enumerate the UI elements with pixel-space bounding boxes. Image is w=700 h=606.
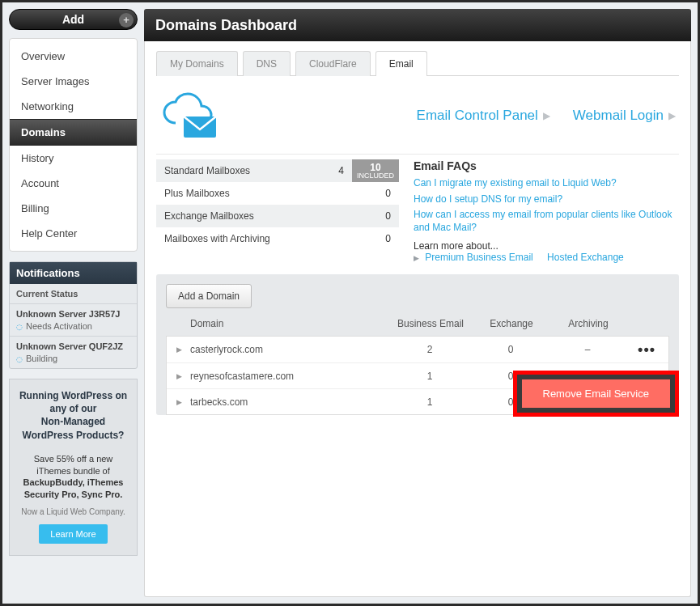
triangle-right-icon: ▶	[668, 110, 676, 121]
promo-body1: Save 55% off a new iThemes bundle of	[34, 454, 113, 476]
promo-box: Running WordPress on any of our Non-Mana…	[9, 379, 138, 556]
sidebar-nav: Overview Server Images Networking Domain…	[9, 38, 138, 252]
faq-sublink[interactable]: Hosted Exchange	[547, 252, 624, 263]
remove-email-service-button[interactable]: Remove Email Service	[522, 379, 671, 408]
email-control-panel-link[interactable]: Email Control Panel ▶	[417, 108, 550, 124]
domain-name: casterlyrock.com	[190, 344, 385, 355]
highlight-annotation: Remove Email Service	[513, 371, 680, 417]
domain-table-header: Domain Business Email Exchange Archiving	[166, 308, 669, 336]
mailbox-value: 0	[385, 210, 391, 222]
promo-learn-more-button[interactable]: Learn More	[39, 524, 107, 544]
mailbox-label: Plus Mailboxes	[164, 188, 230, 199]
page-header: Domains Dashboard	[144, 9, 691, 41]
notification-server-name[interactable]: Unknown Server QUF2JZ	[16, 341, 130, 351]
sidebar-item-history[interactable]: History	[10, 146, 137, 171]
domain-name: reynesofcastamere.com	[190, 371, 385, 382]
email-cloud-icon	[159, 92, 224, 139]
col-exchange: Exchange	[475, 318, 548, 329]
domain-ex: 0	[474, 344, 547, 355]
plus-icon: +	[119, 13, 134, 28]
table-row[interactable]: ▶ casterlyrock.com 2 0 – •••	[167, 337, 668, 362]
expand-icon[interactable]: ▶	[176, 372, 182, 380]
faq-link[interactable]: Can I migrate my existing email to Liqui…	[414, 177, 679, 190]
domain-be: 1	[385, 371, 474, 382]
faq-sublink[interactable]: Premium Business Email	[425, 252, 532, 263]
domain-be: 1	[385, 396, 474, 408]
tabs: My Domains DNS CloudFlare Email	[156, 51, 679, 76]
more-menu-icon[interactable]: •••	[628, 341, 660, 358]
mailboxes-table: Standard Mailboxes 4 10 INCLUDED Plus Ma…	[156, 159, 399, 263]
col-business-email: Business Email	[386, 318, 475, 329]
mailbox-value: 0	[385, 188, 391, 199]
tab-my-domains[interactable]: My Domains	[156, 51, 238, 76]
promo-line2: Non-Managed WordPress Products?	[23, 416, 125, 440]
domain-area: Add a Domain Domain Business Email Excha…	[156, 274, 679, 415]
notification-server-status: Needs Activation	[16, 321, 130, 331]
promo-body2: BackupBuddy, iThemes Security Pro, Sync …	[23, 477, 124, 499]
sidebar-item-networking[interactable]: Networking	[10, 94, 137, 119]
domain-ar: –	[547, 344, 628, 355]
mailbox-value: 4	[338, 165, 344, 176]
faqs-title: Email FAQs	[414, 159, 679, 172]
triangle-right-icon: ▶	[543, 110, 550, 121]
add-domain-button[interactable]: Add a Domain	[166, 284, 252, 308]
mailbox-label: Mailboxes with Archiving	[164, 233, 270, 244]
webmail-login-link[interactable]: Webmail Login ▶	[573, 108, 676, 124]
tab-email[interactable]: Email	[375, 51, 427, 76]
tab-dns[interactable]: DNS	[243, 51, 291, 76]
mailbox-label: Exchange Mailboxes	[164, 210, 254, 222]
faq-link[interactable]: How can I access my email from popular c…	[414, 209, 679, 234]
expand-icon[interactable]: ▶	[176, 398, 182, 406]
notification-server-status: Building	[16, 354, 130, 363]
domain-name: tarbecks.com	[190, 396, 385, 408]
domain-be: 2	[385, 344, 474, 355]
page-title: Domains Dashboard	[155, 17, 297, 34]
triangle-right-icon: ▶	[414, 254, 419, 262]
sidebar-item-billing[interactable]: Billing	[10, 196, 137, 221]
notifications-header: Notifications	[10, 262, 137, 284]
faq-link[interactable]: How do I setup DNS for my email?	[414, 193, 679, 206]
add-button[interactable]: Add +	[9, 9, 138, 30]
sidebar-item-overview[interactable]: Overview	[10, 44, 137, 69]
sidebar-item-domains[interactable]: Domains	[10, 119, 137, 146]
tab-cloudflare[interactable]: CloudFlare	[295, 51, 371, 76]
mailbox-label: Standard Mailboxes	[164, 165, 250, 176]
sidebar-item-server-images[interactable]: Server Images	[10, 69, 137, 94]
email-faqs: Email FAQs Can I migrate my existing ema…	[414, 159, 679, 263]
mailbox-value: 0	[385, 233, 391, 244]
sidebar-item-account[interactable]: Account	[10, 171, 137, 196]
notifications-status-label: Current Status	[16, 289, 130, 299]
included-badge: 10 INCLUDED	[352, 159, 399, 182]
expand-icon[interactable]: ▶	[176, 345, 182, 354]
notifications-box: Notifications Current Status Unknown Ser…	[9, 261, 138, 369]
promo-line1: Running WordPress on any of our	[19, 390, 127, 414]
add-button-label: Add	[62, 13, 84, 26]
notification-server-name[interactable]: Unknown Server J3R57J	[16, 309, 130, 319]
learn-more-label: Learn more about...	[414, 240, 679, 252]
promo-small: Now a Liquid Web Company.	[18, 507, 129, 516]
col-domain: Domain	[190, 318, 386, 329]
sidebar-item-help-center[interactable]: Help Center	[10, 221, 137, 246]
col-archiving: Archiving	[548, 318, 629, 329]
